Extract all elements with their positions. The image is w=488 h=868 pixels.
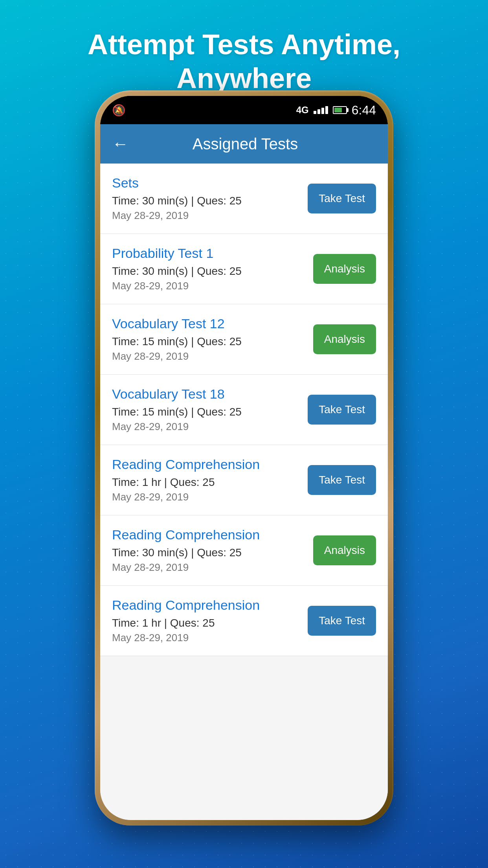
status-bar: 🔕 4G 6:44 <box>100 96 388 124</box>
take-test-button[interactable]: Take Test <box>308 395 376 425</box>
test-details: Time: 30 min(s) | Ques: 25 <box>112 195 300 207</box>
test-item: Reading Comprehension Time: 1 hr | Ques:… <box>100 445 388 515</box>
notch <box>201 96 287 116</box>
page-headline: Attempt Tests Anytime, Anywhere <box>0 28 488 96</box>
phone-screen: 🔕 4G 6:44 <box>100 96 388 820</box>
take-test-button[interactable]: Take Test <box>308 184 376 213</box>
signal-bars <box>314 106 328 114</box>
test-item: Vocabulary Test 18 Time: 15 min(s) | Que… <box>100 375 388 445</box>
test-list: Sets Time: 30 min(s) | Ques: 25 May 28-2… <box>100 164 388 820</box>
test-name: Reading Comprehension <box>112 598 300 613</box>
status-left: 🔕 <box>112 104 126 117</box>
take-test-button[interactable]: Take Test <box>308 465 376 495</box>
test-date: May 28-29, 2019 <box>112 280 305 292</box>
test-name: Probability Test 1 <box>112 246 305 261</box>
test-date: May 28-29, 2019 <box>112 561 305 574</box>
test-details: Time: 1 hr | Ques: 25 <box>112 617 300 629</box>
test-date: May 28-29, 2019 <box>112 491 300 503</box>
test-item: Sets Time: 30 min(s) | Ques: 25 May 28-2… <box>100 164 388 234</box>
test-details: Time: 30 min(s) | Ques: 25 <box>112 546 305 559</box>
take-test-button[interactable]: Take Test <box>308 606 376 636</box>
test-name: Reading Comprehension <box>112 457 300 472</box>
test-item: Reading Comprehension Time: 30 min(s) | … <box>100 515 388 586</box>
status-right: 4G 6:44 <box>296 103 376 118</box>
app-header: ← Assigned Tests <box>100 124 388 164</box>
phone-frame: 🔕 4G 6:44 <box>95 90 393 826</box>
analysis-button[interactable]: Analysis <box>313 254 376 284</box>
test-info: Probability Test 1 Time: 30 min(s) | Que… <box>112 246 313 292</box>
app-title: Assigned Tests <box>138 135 352 153</box>
network-indicator: 4G <box>296 105 309 116</box>
test-details: Time: 30 min(s) | Ques: 25 <box>112 265 305 278</box>
signal-bar-3 <box>321 108 324 114</box>
battery-fill <box>334 108 342 112</box>
test-date: May 28-29, 2019 <box>112 421 300 433</box>
test-name: Reading Comprehension <box>112 527 305 542</box>
test-details: Time: 1 hr | Ques: 25 <box>112 476 300 489</box>
volume-icon: 🔕 <box>112 104 126 117</box>
analysis-button[interactable]: Analysis <box>313 324 376 354</box>
test-info: Reading Comprehension Time: 1 hr | Ques:… <box>112 457 308 503</box>
status-time: 6:44 <box>352 103 376 118</box>
test-info: Reading Comprehension Time: 1 hr | Ques:… <box>112 598 308 644</box>
test-item: Probability Test 1 Time: 30 min(s) | Que… <box>100 234 388 304</box>
signal-bar-2 <box>317 109 320 114</box>
test-name: Vocabulary Test 12 <box>112 316 305 331</box>
test-info: Vocabulary Test 12 Time: 15 min(s) | Que… <box>112 316 313 362</box>
app-content: ← Assigned Tests Sets Time: 30 min(s) | … <box>100 124 388 820</box>
test-date: May 28-29, 2019 <box>112 210 300 222</box>
test-item: Vocabulary Test 12 Time: 15 min(s) | Que… <box>100 304 388 375</box>
test-item: Reading Comprehension Time: 1 hr | Ques:… <box>100 586 388 656</box>
test-info: Sets Time: 30 min(s) | Ques: 25 May 28-2… <box>112 175 308 222</box>
signal-bar-4 <box>325 106 328 114</box>
test-details: Time: 15 min(s) | Ques: 25 <box>112 335 305 348</box>
test-details: Time: 15 min(s) | Ques: 25 <box>112 406 300 418</box>
test-info: Reading Comprehension Time: 30 min(s) | … <box>112 527 313 574</box>
analysis-button[interactable]: Analysis <box>313 535 376 565</box>
test-info: Vocabulary Test 18 Time: 15 min(s) | Que… <box>112 386 308 433</box>
battery-icon <box>333 106 347 114</box>
test-date: May 28-29, 2019 <box>112 350 305 362</box>
test-name: Vocabulary Test 18 <box>112 386 300 402</box>
signal-bar-1 <box>314 111 316 114</box>
test-date: May 28-29, 2019 <box>112 632 300 644</box>
back-button[interactable]: ← <box>112 134 128 153</box>
test-name: Sets <box>112 175 300 191</box>
